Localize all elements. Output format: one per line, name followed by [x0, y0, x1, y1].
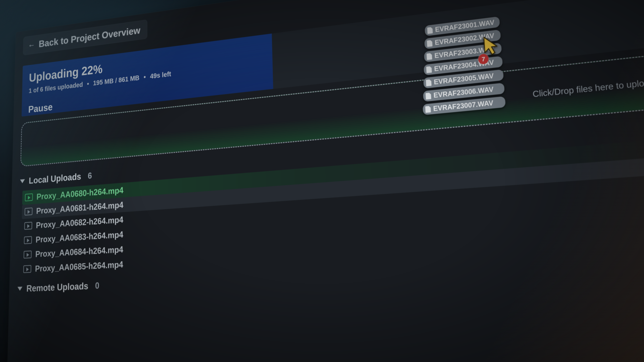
arrow-left-icon: ← [28, 40, 35, 50]
video-file-icon [25, 193, 33, 201]
separator-dot: • [144, 73, 146, 81]
upload-panel: ← Back to Project Overview Uploading 22%… [7, 0, 644, 362]
dragged-files-stack: EVRAF23001.WAVEVRAF23002.WAVEVRAF23003.W… [425, 16, 506, 114]
local-uploads-title: Local Uploads [29, 171, 81, 186]
dragged-file-name: EVRAF23005.WAV [434, 72, 494, 86]
document-icon [427, 27, 433, 34]
upload-eta: 49s left [150, 70, 171, 80]
caret-down-icon [20, 179, 25, 183]
remote-uploads-title: Remote Uploads [26, 280, 88, 294]
remote-uploads-count: 0 [95, 280, 99, 291]
upload-size-progress: 195 MB / 861 MB [93, 74, 139, 87]
video-file-icon [24, 222, 32, 230]
dragged-file-name: EVRAF23006.WAV [433, 85, 494, 99]
document-icon [427, 40, 432, 47]
video-file-icon [23, 265, 31, 273]
back-label: Back to Project Overview [38, 24, 140, 49]
document-icon [425, 106, 431, 113]
video-file-icon [24, 207, 32, 216]
file-name: Proxy_AA0685-h264.mp4 [35, 259, 123, 274]
document-icon [426, 79, 432, 86]
video-file-icon [24, 236, 32, 244]
separator-dot: • [87, 80, 89, 88]
back-to-overview-button[interactable]: ← Back to Project Overview [23, 19, 147, 55]
video-file-icon [24, 251, 32, 259]
file-name: Proxy_AA0684-h264.mp4 [35, 244, 123, 259]
document-icon [426, 53, 432, 60]
file-name: Proxy_AA0683-h264.mp4 [36, 229, 123, 245]
dragged-file-name: EVRAF23003.WAV [434, 45, 494, 60]
dragged-file-name: EVRAF23002.WAV [434, 32, 494, 46]
dragged-file-name: EVRAF23004.WAV [434, 58, 494, 73]
document-icon [426, 92, 431, 99]
local-uploads-count: 6 [88, 170, 92, 181]
dropzone-hint: Click/Drop files here to upload [532, 77, 644, 99]
document-icon [426, 66, 432, 73]
caret-down-icon [18, 287, 22, 291]
